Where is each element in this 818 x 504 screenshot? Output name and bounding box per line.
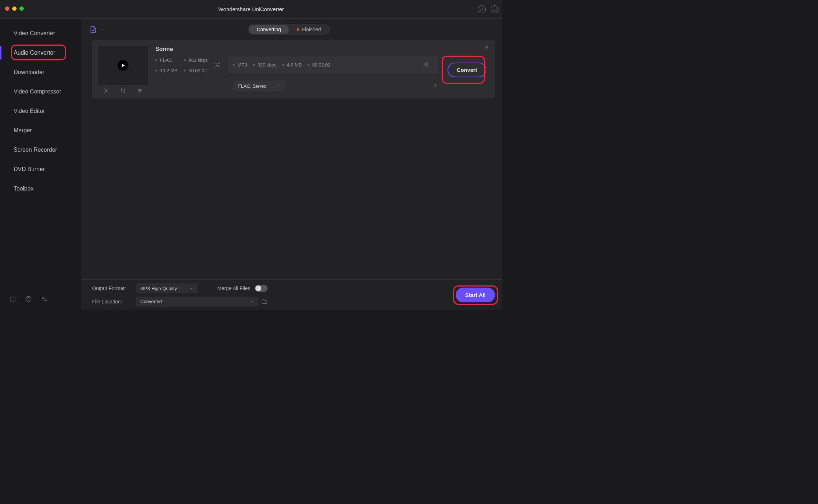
target-info-box: MP3 320 kbps 4.9 MB 00:02:02 <box>228 56 438 73</box>
output-format-value: MP3-High Quality <box>140 286 177 291</box>
sidebar-item-label: Video Converter <box>14 30 55 36</box>
svg-point-0 <box>481 8 482 9</box>
target-duration: 00:02:02 <box>312 62 331 68</box>
sidebar-item-screen-recorder[interactable]: Screen Recorder <box>0 140 81 160</box>
sidebar-item-label: Merger <box>14 127 32 133</box>
sidebar-item-video-converter[interactable]: Video Converter <box>0 24 81 43</box>
file-title: Sonne <box>155 46 438 52</box>
tab-label: Converting <box>257 27 281 32</box>
output-format-label: Output Format: <box>92 285 132 291</box>
merge-all-toggle[interactable] <box>255 285 268 292</box>
svg-point-3 <box>45 298 46 299</box>
add-file-dropdown[interactable] <box>101 28 104 31</box>
maximize-window-button[interactable] <box>19 6 24 11</box>
settings-button[interactable] <box>419 56 433 73</box>
sidebar-item-label: Video Editor <box>14 108 45 114</box>
minimize-window-button[interactable] <box>12 6 17 11</box>
sidebar-item-label: Toolbox <box>14 185 33 192</box>
info-icon[interactable]: i <box>435 82 438 88</box>
sidebar-item-video-compressor[interactable]: Video Compressor <box>0 82 81 101</box>
convert-direction-icon <box>214 61 221 68</box>
source-duration: 00:02:02 <box>188 68 207 73</box>
close-window-button[interactable] <box>5 6 9 11</box>
file-thumbnail[interactable] <box>98 46 148 85</box>
format-preset-dropdown[interactable]: FLAC, Stereo <box>233 81 285 91</box>
merge-all-label: Merge All Files <box>217 285 250 291</box>
sidebar-item-label: Screen Recorder <box>14 147 57 153</box>
help-icon[interactable] <box>25 296 32 302</box>
adjust-icon[interactable] <box>137 88 143 93</box>
main-content: Converting Finished <box>81 19 502 310</box>
file-location-value: Converted <box>140 299 162 304</box>
play-icon <box>118 60 128 71</box>
target-bitrate: 320 kbps <box>258 62 277 68</box>
sidebar-item-video-editor[interactable]: Video Editor <box>0 101 81 121</box>
tab-converting[interactable]: Converting <box>249 25 289 34</box>
status-tabs: Converting Finished <box>247 24 331 35</box>
sidebar-item-downloader[interactable]: Downloader <box>0 63 81 82</box>
annotation-highlight <box>442 56 485 84</box>
tab-label: Finished <box>302 27 321 32</box>
target-format: MP3 <box>237 62 247 68</box>
file-location-label: File Location: <box>92 299 132 304</box>
format-preset-value: FLAC, Stereo <box>238 83 267 89</box>
source-bitrate: 861 kbps <box>188 58 208 63</box>
guide-icon[interactable] <box>9 296 16 302</box>
trim-icon[interactable] <box>103 88 109 93</box>
annotation-highlight <box>453 285 498 305</box>
sidebar-item-label: Downloader <box>14 69 44 75</box>
add-file-button[interactable] <box>88 25 98 34</box>
window-controls <box>5 6 24 11</box>
svg-point-7 <box>140 90 141 91</box>
notification-dot-icon <box>297 28 299 31</box>
sidebar-item-toolbox[interactable]: Toolbox <box>0 179 81 198</box>
user-account-icon[interactable] <box>478 5 486 13</box>
sidebar-item-label: DVD Burner <box>14 166 45 172</box>
app-title: Wondershare UniConverter <box>218 6 284 12</box>
target-size: 4.9 MB <box>287 62 302 68</box>
svg-point-8 <box>139 92 140 93</box>
crop-icon[interactable] <box>120 88 126 93</box>
source-format: FLAC <box>160 58 172 63</box>
sidebar-item-merger[interactable]: Merger <box>0 121 81 140</box>
file-card: Sonne FLAC 13.2 MB 861 kbps 00:02:02 <box>92 40 495 98</box>
community-icon[interactable] <box>41 296 47 302</box>
sidebar-item-audio-converter[interactable]: Audio Converter <box>0 43 81 63</box>
svg-point-2 <box>43 297 45 299</box>
svg-point-4 <box>104 89 105 90</box>
source-size: 13.2 MB <box>160 68 177 73</box>
svg-point-5 <box>104 91 105 92</box>
output-format-dropdown[interactable]: MP3-High Quality <box>136 283 198 293</box>
feedback-icon[interactable] <box>491 5 499 13</box>
open-folder-button[interactable] <box>261 298 268 305</box>
sidebar-item-label: Video Compressor <box>14 88 61 95</box>
sidebar: Video Converter Audio Converter Download… <box>0 19 81 310</box>
tab-finished[interactable]: Finished <box>289 25 329 34</box>
file-location-dropdown[interactable]: Converted <box>136 297 258 307</box>
annotation-highlight <box>11 45 66 60</box>
svg-point-6 <box>138 89 140 90</box>
bottom-bar: Output Format: MP3-High Quality Merge Al… <box>81 279 502 310</box>
svg-point-9 <box>426 64 427 65</box>
titlebar: Wondershare UniConverter <box>0 0 502 19</box>
sidebar-item-dvd-burner[interactable]: DVD Burner <box>0 160 81 179</box>
